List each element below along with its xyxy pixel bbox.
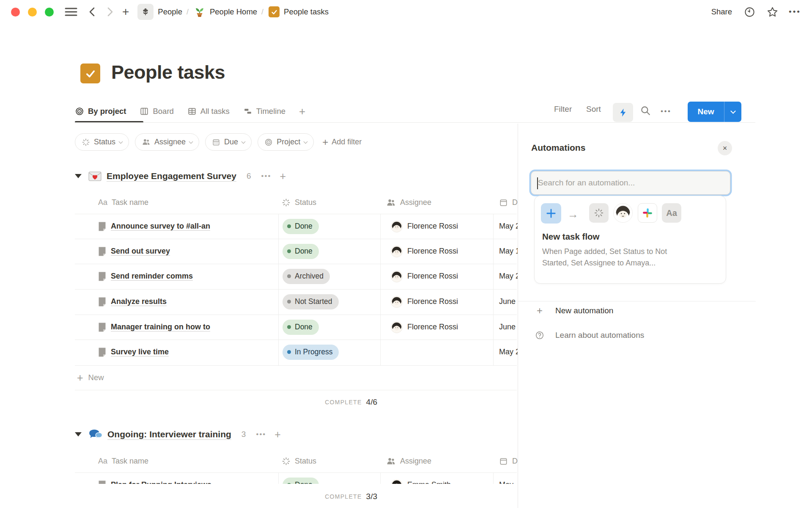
task-cell[interactable]: Send out survey [98,239,170,264]
more-options-icon[interactable]: ••• [789,7,801,17]
new-button[interactable]: New [688,102,741,122]
group-options-icon[interactable]: ••• [261,172,272,180]
people-icon [386,198,396,207]
table-row[interactable]: Send out survey Done Florence Rossi May … [75,239,517,264]
timeline-icon [243,107,252,116]
new-tab-plus-icon[interactable]: + [122,7,129,17]
forward-icon[interactable] [105,7,115,17]
help-circle-icon [535,331,544,340]
favorite-star-icon[interactable] [766,6,779,18]
due-cell[interactable]: May 2 [499,264,520,289]
traffic-light-close-icon[interactable] [11,8,20,17]
status-cell[interactable]: Done [283,214,319,239]
new-button-label[interactable]: New [688,102,724,122]
column-header-assignee[interactable]: Assignee [386,191,431,213]
automation-search-field[interactable] [531,171,730,195]
status-cell[interactable]: Archived [283,264,330,289]
automation-search-input[interactable] [531,178,730,188]
workspace-flower-icon[interactable] [137,4,154,20]
column-header-task-name[interactable]: Aa Task name [98,191,148,213]
table-row[interactable]: Survey live time In Progress May 2 [75,340,517,364]
task-cell[interactable]: Send reminder comms [98,264,193,289]
filter-chip-project[interactable]: Project [258,133,314,151]
filter-chip-due[interactable]: Due [205,133,252,151]
learn-about-automations-link[interactable]: Learn about automations [535,329,644,341]
task-cell[interactable]: Manager training on how to [98,315,210,340]
tab-timeline[interactable]: Timeline [243,107,285,116]
breadcrumb-item-people[interactable]: People [158,7,182,17]
table-column-headers: Aa Task name Status Assignee Due [75,191,517,213]
due-cell[interactable]: June [499,315,516,340]
group-count: 3 [241,430,246,439]
collapse-triangle-icon[interactable] [75,432,82,436]
group-add-row-icon[interactable]: + [274,430,281,439]
tabs-divider [75,122,755,123]
tab-by-project[interactable]: By project [75,107,126,116]
search-icon[interactable] [640,105,651,116]
avatar [391,271,403,282]
status-cell[interactable]: In Progress [283,340,339,364]
automation-card-new-task-flow[interactable]: → Aa New task flow When Page added, [534,196,726,284]
column-label: Assignee [400,198,431,207]
traffic-light-zoom-icon[interactable] [45,8,54,17]
avatar [391,296,403,308]
group-add-row-icon[interactable]: + [280,172,286,180]
sort-button[interactable]: Sort [586,105,601,114]
updates-clock-icon[interactable] [744,6,755,18]
traffic-light-minimize-icon[interactable] [28,8,37,17]
status-cell[interactable]: Not Started [283,289,339,314]
column-header-status[interactable]: Status [282,450,316,472]
table-row[interactable]: Send reminder comms Archived Florence Ro… [75,264,517,289]
due-cell[interactable]: May 2 [499,214,520,239]
back-icon[interactable] [88,7,97,17]
assignee-cell[interactable]: Florence Rossi [391,315,458,340]
status-cell[interactable]: Done [283,315,319,340]
column-header-status[interactable]: Status [282,191,316,213]
table-row[interactable]: Manager training on how to Done Florence… [75,315,517,340]
column-header-assignee[interactable]: Assignee [386,450,431,472]
assignee-cell[interactable]: Florence Rossi [391,239,458,264]
add-filter-button[interactable]: + Add filter [322,138,362,146]
page-title-checkbox-icon [80,64,100,83]
assignee-cell[interactable]: Florence Rossi [391,214,458,239]
collapse-triangle-icon[interactable] [75,174,82,178]
assignee-avatar [613,203,633,223]
task-cell[interactable]: Survey live time [98,340,169,364]
new-row-button[interactable]: + New [75,365,517,390]
due-cell[interactable]: May 1 [499,239,520,264]
page-checkbox-icon [269,6,280,17]
sidebar-toggle-icon[interactable] [65,7,77,17]
table-row[interactable]: Announce survey to #all-an Done Florence… [75,214,517,239]
due-cell[interactable]: June [499,289,516,314]
assignee-cell[interactable]: Florence Rossi [391,264,458,289]
group-title[interactable]: Employee Engagement Survey [107,171,236,181]
view-options-icon[interactable]: ••• [661,107,671,116]
plus-icon: + [322,138,328,146]
page-icon [98,297,106,306]
automations-lightning-button[interactable] [613,103,633,122]
column-header-task-name[interactable]: Aa Task name [98,450,148,472]
group-options-icon[interactable]: ••• [256,430,266,439]
group-title[interactable]: Ongoing: Interviewer training [107,429,231,439]
assignee-cell[interactable]: Florence Rossi [391,289,458,314]
filter-chip-status[interactable]: Status [75,133,129,151]
filter-button[interactable]: Filter [554,105,572,114]
breadcrumb-item-people-home[interactable]: People Home [210,7,257,17]
table-row[interactable]: Analyze results Not Started Florence Ros… [75,289,517,314]
new-automation-button[interactable]: + New automation [535,305,613,317]
new-button-chevron-down-icon[interactable] [724,102,741,122]
task-cell[interactable]: Analyze results [98,289,167,314]
breadcrumb-item-people-tasks[interactable]: People tasks [284,7,329,17]
add-view-plus-icon[interactable]: + [299,105,305,118]
due-cell[interactable]: May 2 [499,340,520,364]
tab-board[interactable]: Board [140,107,173,116]
status-spinner-icon [589,203,609,223]
status-cell[interactable]: Done [283,239,319,264]
task-cell[interactable]: Announce survey to #all-an [98,214,210,239]
close-icon[interactable]: × [718,141,732,155]
potted-plant-icon [194,6,206,18]
tab-all-tasks[interactable]: All tasks [187,107,230,116]
share-button[interactable]: Share [711,7,732,17]
filter-chip-assignee[interactable]: Assignee [135,133,199,151]
automation-card-description: When Page added, Set Status to Not Start… [542,246,667,269]
